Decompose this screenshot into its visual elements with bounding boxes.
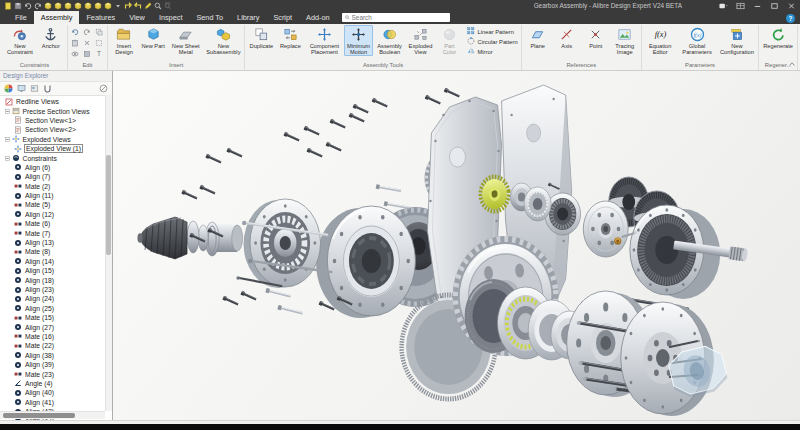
show-icon[interactable] xyxy=(70,49,81,59)
tree-item-angle-4[interactable]: Angle (4) xyxy=(0,379,112,388)
open-part-icon[interactable] xyxy=(43,1,52,10)
tree-item-exploded-views[interactable]: Exploded Views xyxy=(0,135,112,144)
tree-item-align-40[interactable]: Align (40) xyxy=(0,388,112,397)
shaft-collars[interactable] xyxy=(187,221,243,256)
tree-item-exploded-view-1[interactable]: Exploded View (1) xyxy=(0,144,112,153)
redo-icon[interactable] xyxy=(33,1,42,10)
exploded-view-button[interactable]: Exploded View xyxy=(406,25,434,56)
regenerate-button[interactable]: Regenerate xyxy=(761,25,795,50)
tree-item-align-6[interactable]: Align (6) xyxy=(0,163,112,172)
anchor-button[interactable]: Anchor xyxy=(37,25,65,50)
tree-item-mate-15[interactable]: Mate (15) xyxy=(0,313,112,322)
save-icon[interactable] xyxy=(13,1,22,10)
delete-icon[interactable] xyxy=(82,38,93,48)
tracing-image-button[interactable]: Tracing Image xyxy=(611,25,639,56)
model-viewport[interactable] xyxy=(113,71,800,420)
expander-icon[interactable] xyxy=(5,137,10,142)
zoom-select-icon[interactable] xyxy=(153,1,162,10)
undo-icon[interactable] xyxy=(70,27,81,37)
annotate-pen-icon[interactable] xyxy=(143,1,152,10)
new-constraint-button[interactable]: New Constraint xyxy=(4,25,36,56)
tree-item-mate-2[interactable]: Mate (2) xyxy=(0,182,112,191)
tree-item-align-15[interactable]: Align (15) xyxy=(0,266,112,275)
bearing-hub[interactable] xyxy=(244,199,321,288)
tree-item-align-27[interactable]: Align (27) xyxy=(0,322,112,331)
vertical-scrollbar-thumb[interactable] xyxy=(106,155,111,255)
text-icon[interactable]: T xyxy=(94,49,105,59)
tree-item-constraints[interactable]: Constraints xyxy=(0,153,112,162)
tree-item-mate-6[interactable]: Mate (6) xyxy=(0,219,112,228)
tab-send-to[interactable]: Send To xyxy=(189,11,230,24)
tab-assembly[interactable]: Assembly xyxy=(34,11,80,24)
ribbon-collapse-icon[interactable] xyxy=(788,61,796,67)
linear-pattern-button[interactable]: Linear Pattern xyxy=(467,27,517,36)
color-wheel-icon[interactable] xyxy=(4,84,13,93)
help-button[interactable]: ? xyxy=(786,14,795,23)
end-flange[interactable] xyxy=(583,201,628,257)
horizontal-scrollbar-thumb[interactable] xyxy=(3,413,75,418)
tree-item-align-7[interactable]: Align (7) xyxy=(0,172,112,181)
dropdown-caret-icon[interactable] xyxy=(113,1,122,10)
tree-item-align-23[interactable]: Align (23) xyxy=(0,285,112,294)
tree-item-align-12[interactable]: Align (12) xyxy=(0,210,112,219)
tree-item-mate-8[interactable]: Mate (8) xyxy=(0,247,112,256)
package-icon[interactable] xyxy=(103,1,112,10)
tree-item-redline-views[interactable]: Redline Views xyxy=(0,97,112,106)
vertical-scrollbar[interactable] xyxy=(105,95,112,411)
minimize-button[interactable] xyxy=(752,1,762,10)
open-assembly-icon[interactable] xyxy=(53,1,62,10)
tree-item-mate-16[interactable]: Mate (16) xyxy=(0,332,112,341)
tab-file[interactable]: File xyxy=(8,11,34,24)
tree-item-section-view-1[interactable]: Section View<1> xyxy=(0,116,112,125)
suppress-icon[interactable] xyxy=(99,84,108,93)
maximize-button[interactable] xyxy=(769,1,779,10)
component-placement-button[interactable]: Component Placement xyxy=(305,25,343,56)
tab-inspect[interactable]: Inspect xyxy=(152,11,190,24)
tree-item-align-25[interactable]: Align (25) xyxy=(0,304,112,313)
minimum-motion-button[interactable]: Minimum Motion xyxy=(344,25,372,56)
swatch-icon[interactable] xyxy=(82,49,93,59)
plane-button[interactable]: Plane xyxy=(524,25,552,50)
tree-item-align-13[interactable]: Align (13) xyxy=(0,238,112,247)
find-dim-icon[interactable] xyxy=(163,1,172,10)
axis-button[interactable]: Axis xyxy=(553,25,581,50)
point-button[interactable]: Point xyxy=(582,25,610,50)
new-part-button[interactable]: New Part xyxy=(139,25,167,50)
window-options-icon[interactable] xyxy=(735,1,745,10)
replace-button[interactable]: Replace xyxy=(276,25,304,50)
tree-item-align-38[interactable]: Align (38) xyxy=(0,351,112,360)
global-parameters-button[interactable]: f(x)Global Parameters xyxy=(678,25,717,56)
new-configuration-button[interactable]: New Configuration xyxy=(718,25,757,56)
configurations-icon[interactable] xyxy=(30,84,39,93)
part-color-button[interactable]: Part Color xyxy=(435,25,463,56)
frame-icon[interactable] xyxy=(94,38,105,48)
tree-item-mate-5[interactable]: Mate (5) xyxy=(0,200,112,209)
tree-item-precise-section-views[interactable]: Precise Section Views xyxy=(0,106,112,115)
circular-pattern-button[interactable]: Circular Pattern xyxy=(467,37,517,46)
input-shaft[interactable] xyxy=(137,217,187,259)
copy-icon[interactable] xyxy=(94,27,105,37)
insert-part-icon[interactable] xyxy=(73,1,82,10)
constraint-tools-icon[interactable] xyxy=(43,84,52,93)
paste-icon[interactable] xyxy=(70,38,81,48)
search-input[interactable] xyxy=(352,14,447,22)
tab-add-on[interactable]: Add-on xyxy=(299,11,337,24)
tree-item-section-view-2[interactable]: Section View<2> xyxy=(0,125,112,134)
front-flange[interactable] xyxy=(316,206,415,318)
undo-icon[interactable] xyxy=(23,1,32,10)
assembly-boolean-button[interactable]: Assembly Boolean xyxy=(374,25,406,56)
horizontal-scrollbar[interactable] xyxy=(0,411,105,419)
tree-item-align-18[interactable]: Align (18) xyxy=(0,275,112,284)
tree-item-align-41[interactable]: Align (41) xyxy=(0,398,112,407)
equation-editor-button[interactable]: f(x)Equation Editor xyxy=(644,25,677,56)
layout-switcher-icon[interactable] xyxy=(718,1,728,10)
expander-icon[interactable] xyxy=(5,109,10,114)
redline-export-icon[interactable] xyxy=(133,1,142,10)
duplicate-button[interactable]: Duplicate xyxy=(247,25,275,50)
tree-item-align-14[interactable]: Align (14) xyxy=(0,257,112,266)
tab-script[interactable]: Script xyxy=(266,11,299,24)
display-options-icon[interactable] xyxy=(17,84,26,93)
new-subassembly-button[interactable]: New Subassembly xyxy=(204,25,242,56)
new-sheet-metal-button[interactable]: New Sheet Metal xyxy=(168,25,203,56)
insert-design-button[interactable]: Insert Design xyxy=(110,25,138,56)
